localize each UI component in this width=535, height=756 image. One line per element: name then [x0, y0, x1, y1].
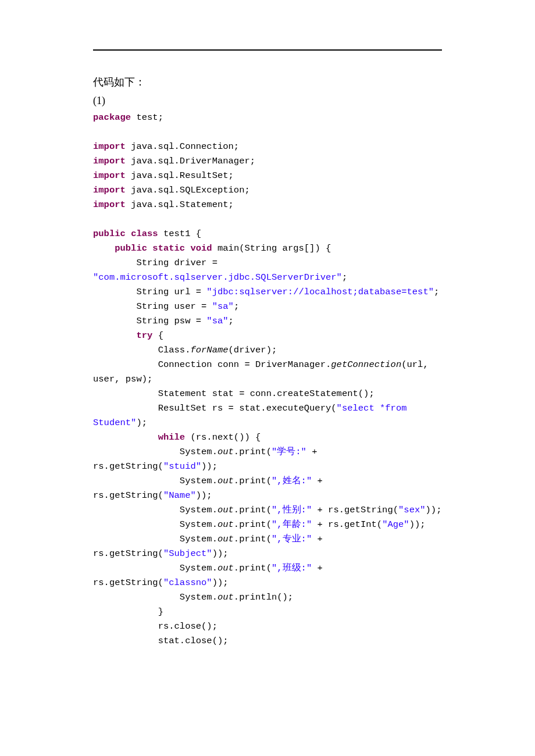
code-text: String driver = — [93, 258, 223, 268]
code-text: .print( — [234, 476, 272, 486]
code-text — [147, 243, 152, 254]
code-text: )); — [426, 505, 442, 515]
keyword: public — [93, 229, 126, 239]
code-text: )); — [201, 461, 217, 472]
code-text: (rs.next()) { — [185, 432, 261, 443]
keyword: while — [158, 432, 186, 443]
section-header: 代码如下： — [93, 75, 442, 89]
code-text: )); — [196, 490, 212, 501]
string-literal: "Age" — [382, 519, 409, 530]
code-text: System. — [93, 519, 217, 530]
static-field: out — [217, 505, 234, 515]
code-text: ; — [342, 272, 347, 283]
code-text: test; — [131, 112, 163, 123]
code-text: test1 { — [158, 229, 201, 239]
code-text — [126, 229, 131, 239]
code-text: main(String args[]) { — [212, 243, 331, 254]
keyword: class — [131, 229, 158, 239]
string-literal: "Name" — [163, 490, 196, 501]
code-text: + rs.getString( — [312, 505, 398, 515]
code-text: .print( — [234, 534, 272, 544]
document-page: 代码如下： (1) package test; import java.sql.… — [0, 0, 535, 707]
code-text: )); — [212, 548, 229, 559]
static-method: getConnection — [331, 359, 401, 370]
string-literal: ",姓名:" — [272, 476, 312, 486]
string-literal: ",专业:" — [272, 534, 312, 544]
string-literal: "classno" — [163, 577, 212, 588]
code-text: } — [93, 607, 163, 617]
string-literal: "jdbc:sqlserver://localhost;database=tes… — [206, 287, 434, 297]
code-text: java.sql.Connection; — [126, 141, 239, 152]
section-sub: (1) — [93, 95, 442, 107]
string-literal: "学号:" — [272, 447, 306, 457]
code-text: .println(); — [234, 592, 293, 602]
code-text — [93, 432, 158, 443]
horizontal-rule — [93, 49, 442, 51]
code-text: java.sql.ResultSet; — [126, 170, 234, 181]
keyword: import — [93, 185, 126, 195]
code-text — [93, 243, 115, 254]
keyword: package — [93, 112, 131, 123]
code-text — [93, 330, 136, 341]
code-text: ResultSet rs = stat.executeQuery( — [93, 403, 337, 413]
keyword: public — [115, 243, 147, 254]
string-literal: "Subject" — [163, 548, 212, 559]
keyword: import — [93, 170, 126, 181]
code-text: java.sql.DriverManager; — [126, 156, 255, 166]
static-method: forName — [190, 345, 228, 355]
code-text: (driver); — [229, 345, 277, 355]
keyword: import — [93, 156, 126, 166]
code-text: ); — [136, 418, 147, 428]
code-text: Statement stat = conn.createStatement(); — [93, 388, 374, 399]
code-text: System. — [93, 534, 217, 544]
code-text: ; — [434, 287, 439, 297]
code-text: String url = — [93, 287, 206, 297]
code-text: String user = — [93, 301, 212, 312]
static-field: out — [217, 476, 234, 486]
static-field: out — [217, 519, 234, 530]
code-text: System. — [93, 505, 217, 515]
code-text: String psw = — [93, 316, 206, 326]
code-text: System. — [93, 476, 217, 486]
code-text: ; — [229, 316, 234, 326]
code-text: .print( — [234, 447, 272, 457]
keyword: static — [152, 243, 185, 254]
string-literal: "sa" — [212, 301, 234, 312]
string-literal: "stuid" — [163, 461, 201, 472]
static-field: out — [217, 563, 234, 573]
code-block: package test; import java.sql.Connection… — [93, 110, 442, 648]
code-text: System. — [93, 563, 217, 573]
code-text: java.sql.SQLException; — [126, 185, 250, 195]
code-text: ; — [234, 301, 239, 312]
static-field: out — [217, 447, 234, 457]
static-field: out — [217, 592, 234, 602]
keyword: import — [93, 199, 126, 210]
code-text: java.sql.Statement; — [126, 199, 234, 210]
code-text: .print( — [234, 563, 272, 573]
code-text: System. — [93, 447, 217, 457]
string-literal: "sex" — [398, 505, 426, 515]
code-text: + rs.getInt( — [312, 519, 382, 530]
keyword: import — [93, 141, 126, 152]
code-text: .print( — [234, 519, 272, 530]
string-literal: ",性别:" — [272, 505, 312, 515]
string-literal: "com.microsoft.sqlserver.jdbc.SQLServerD… — [93, 272, 342, 283]
static-field: out — [217, 534, 234, 544]
code-text: )); — [212, 577, 229, 588]
keyword: void — [190, 243, 212, 254]
string-literal: "sa" — [206, 316, 228, 326]
code-text: { — [152, 330, 163, 341]
code-text: rs.close(); — [93, 621, 217, 632]
code-text: )); — [409, 519, 426, 530]
code-text: System. — [93, 592, 217, 602]
code-text: .print( — [234, 505, 272, 515]
code-text: Class. — [93, 345, 190, 355]
code-text: stat.close(); — [93, 636, 229, 646]
keyword: try — [136, 330, 152, 341]
string-literal: ",班级:" — [272, 563, 312, 573]
string-literal: ",年龄:" — [272, 519, 312, 530]
code-text: Connection conn = DriverManager. — [93, 359, 331, 370]
